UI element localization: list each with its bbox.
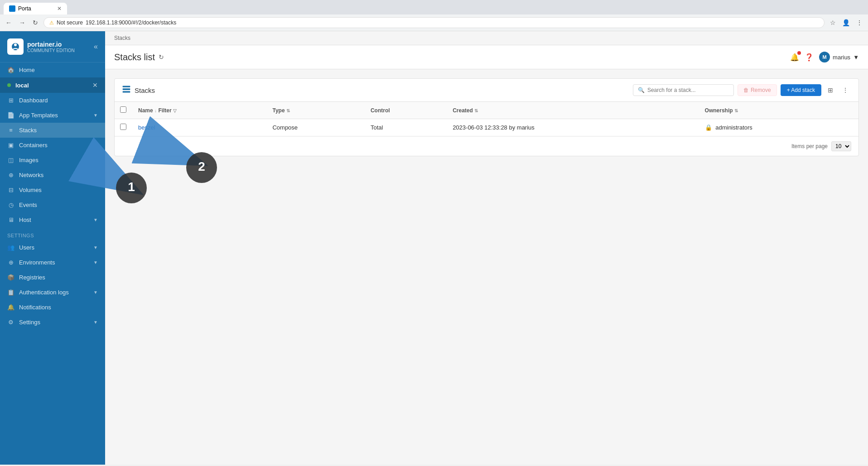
stacks-panel: Stacks 🔍 🗑 Remove + Add stack xyxy=(114,78,859,156)
remove-icon: 🗑 xyxy=(743,87,749,93)
sidebar-item-notifications[interactable]: 🔔 Notifications xyxy=(0,300,105,315)
sidebar-item-host[interactable]: 🖥 Host ▼ xyxy=(0,212,105,227)
ownership-column-header[interactable]: Ownership ⇅ xyxy=(699,102,858,119)
sidebar-item-app-templates-label: App Templates xyxy=(19,112,58,119)
remove-button[interactable]: 🗑 Remove xyxy=(738,84,777,96)
svg-rect-4 xyxy=(123,91,130,92)
sidebar-item-home[interactable]: 🏠 Home xyxy=(0,62,105,77)
sidebar-item-volumes-label: Volumes xyxy=(19,187,42,193)
sidebar-settings-section: 👥 Users ▼ ⊕ Environments ▼ 📦 Registries … xyxy=(0,240,105,330)
tab-close-button[interactable]: ✕ xyxy=(57,5,62,12)
help-icon[interactable]: ❓ xyxy=(805,53,814,62)
sidebar-item-volumes[interactable]: ⊟ Volumes xyxy=(0,183,105,197)
control-column-label: Control xyxy=(371,107,390,114)
sidebar-item-registries-label: Registries xyxy=(19,274,45,281)
ownership-sort-icon: ⇅ xyxy=(734,108,738,113)
ownership-icon: 🔒 xyxy=(705,124,712,131)
reload-button[interactable]: ↻ xyxy=(31,17,40,28)
env-close-button[interactable]: ✕ xyxy=(92,82,98,89)
sidebar-item-registries[interactable]: 📦 Registries xyxy=(0,270,105,285)
env-name: local xyxy=(15,82,29,89)
sidebar-env-header[interactable]: local ✕ xyxy=(0,77,105,93)
search-box[interactable]: 🔍 xyxy=(633,84,734,96)
sidebar-item-auth-logs[interactable]: 📋 Authentication logs ▼ xyxy=(0,285,105,300)
search-icon: 🔍 xyxy=(638,87,645,93)
env-status-dot xyxy=(7,83,11,87)
volumes-icon: ⊟ xyxy=(7,187,14,193)
logo-name: portainer.io xyxy=(27,41,75,48)
sidebar-main-section: ⊞ Dashboard 📄 App Templates ▼ ≡ Stacks ▣… xyxy=(0,93,105,227)
security-label: Not secure xyxy=(57,19,83,26)
created-column-header[interactable]: Created ⇅ xyxy=(447,102,699,119)
stack-type: Compose xyxy=(272,124,298,131)
address-bar[interactable]: ⚠ Not secure 192.168.1.18:9000/#!/2/dock… xyxy=(43,17,825,28)
row-checkbox-cell xyxy=(115,119,133,136)
containers-icon: ▣ xyxy=(7,142,14,149)
notification-badge xyxy=(797,51,801,55)
settings-chevron-icon: ▼ xyxy=(93,320,98,325)
name-column-header[interactable]: Name ↓ Filter ▽ xyxy=(133,102,267,119)
user-menu[interactable]: M marius ▼ xyxy=(819,52,859,62)
add-stack-button[interactable]: + Add stack xyxy=(781,84,821,96)
forward-button[interactable]: → xyxy=(17,17,27,28)
sidebar-item-environments[interactable]: ⊕ Environments ▼ xyxy=(0,255,105,270)
registries-icon: 📦 xyxy=(7,274,14,281)
table-row: beszel Compose Total 2023-06-03 12:33:28… xyxy=(115,119,858,136)
users-chevron-icon: ▼ xyxy=(93,245,98,250)
more-options-button[interactable]: ⋮ xyxy=(839,85,851,96)
page-title-text: Stacks list xyxy=(114,52,155,62)
sidebar-item-containers[interactable]: ▣ Containers xyxy=(0,138,105,153)
columns-button[interactable]: ⊞ xyxy=(825,85,836,96)
networks-icon: ⊕ xyxy=(7,172,14,178)
auth-logs-chevron-icon: ▼ xyxy=(93,290,98,295)
items-per-page-label: Items per page xyxy=(791,143,828,149)
sidebar-collapse-button[interactable]: « xyxy=(94,43,98,51)
sidebar-item-events[interactable]: ◷ Events xyxy=(0,197,105,212)
name-filter-icon[interactable]: ▽ xyxy=(173,108,177,113)
logo-edition: COMMUNITY EDITION xyxy=(27,48,75,53)
bookmark-button[interactable]: ☆ xyxy=(828,18,838,27)
environments-icon: ⊕ xyxy=(7,259,14,266)
browser-title-bar: Porta ✕ xyxy=(0,0,868,14)
sidebar-item-app-templates[interactable]: 📄 App Templates ▼ xyxy=(0,108,105,123)
bell-wrapper: 🔔 xyxy=(790,53,799,62)
type-column-header[interactable]: Type ⇅ xyxy=(267,102,365,119)
browser-tab[interactable]: Porta ✕ xyxy=(4,3,67,14)
back-button[interactable]: ← xyxy=(4,17,14,28)
stack-ownership: administrators xyxy=(715,124,752,131)
remove-label: Remove xyxy=(751,87,771,93)
panel-actions: 🔍 🗑 Remove + Add stack ⊞ ⋮ xyxy=(633,84,851,96)
search-input[interactable] xyxy=(647,87,729,93)
security-icon: ⚠ xyxy=(49,20,54,26)
row-checkbox[interactable] xyxy=(120,124,126,130)
sidebar-item-settings[interactable]: ⚙ Settings ▼ xyxy=(0,315,105,330)
browser-nav-bar: ← → ↻ ⚠ Not secure 192.168.1.18:9000/#!/… xyxy=(0,14,868,31)
row-control-cell: Total xyxy=(365,119,447,136)
stacks-table: Name ↓ Filter ▽ Type ⇅ Control xyxy=(115,102,858,136)
environments-chevron-icon: ▼ xyxy=(93,260,98,265)
refresh-icon[interactable]: ↻ xyxy=(159,53,164,61)
name-column-label: Name xyxy=(138,107,153,114)
sidebar-item-networks-label: Networks xyxy=(19,172,43,178)
extensions-button[interactable]: ⋮ xyxy=(854,18,864,27)
sidebar-item-images-label: Images xyxy=(19,157,39,163)
images-icon: ◫ xyxy=(7,157,14,163)
svg-rect-3 xyxy=(123,88,130,90)
app-templates-icon: 📄 xyxy=(7,112,14,119)
type-column-label: Type xyxy=(272,107,285,114)
logo-icon xyxy=(7,38,24,55)
stack-name-link[interactable]: beszel xyxy=(138,124,155,131)
sidebar-item-networks[interactable]: ⊕ Networks xyxy=(0,168,105,183)
sidebar-item-home-label: Home xyxy=(19,67,35,73)
items-per-page-select[interactable]: 10 25 50 xyxy=(831,141,851,151)
select-all-column xyxy=(115,102,133,119)
sidebar-item-stacks[interactable]: ≡ Stacks xyxy=(0,123,105,138)
events-icon: ◷ xyxy=(7,202,14,208)
page-header: Stacks list ↻ 🔔 ❓ M marius ▼ xyxy=(105,45,868,69)
sidebar-item-images[interactable]: ◫ Images xyxy=(0,153,105,168)
sidebar-item-dashboard[interactable]: ⊞ Dashboard xyxy=(0,93,105,108)
table-body: beszel Compose Total 2023-06-03 12:33:28… xyxy=(115,119,858,136)
sidebar-item-users[interactable]: 👥 Users ▼ xyxy=(0,240,105,255)
select-all-checkbox[interactable] xyxy=(120,106,126,113)
profile-button[interactable]: 👤 xyxy=(840,18,852,27)
